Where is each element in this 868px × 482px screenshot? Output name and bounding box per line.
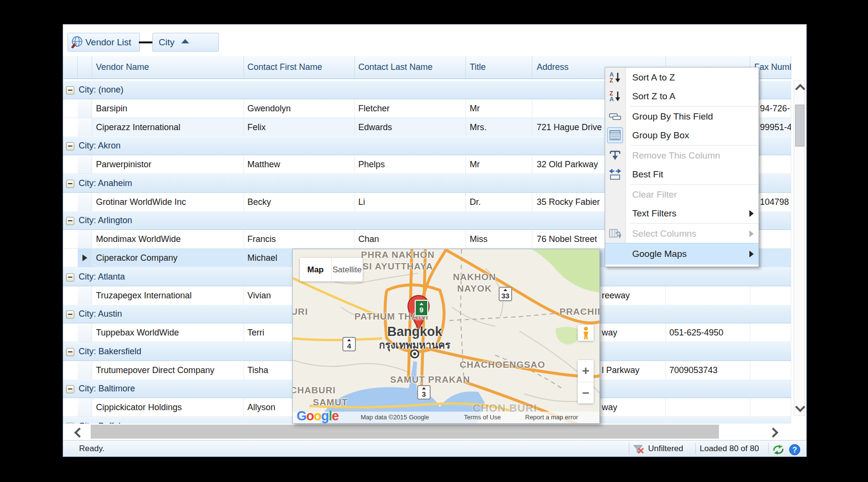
select-columns-icon <box>609 227 622 240</box>
svg-text:Z: Z <box>610 77 613 84</box>
menu-item-label: Remove This Column <box>632 150 720 161</box>
column-context-menu: AZSort A to ZZASort Z to AGroup By This … <box>605 67 759 267</box>
google-logo-letter: g <box>321 409 329 423</box>
cell-address-fragment: reeway <box>602 286 630 305</box>
cell-text: Mondimax WorldWide <box>96 230 181 248</box>
zoom-out-button[interactable]: − <box>578 382 594 404</box>
collapse-button[interactable] <box>66 348 74 356</box>
scroll-down-icon[interactable] <box>795 402 805 412</box>
map-type-control: Map Satellite <box>300 258 363 281</box>
cell-phone <box>666 398 750 416</box>
row-selector-cell[interactable] <box>78 361 92 379</box>
sort-za-icon: ZA <box>609 90 622 103</box>
unfiltered-filter-icon <box>633 444 644 455</box>
row-selector-cell[interactable] <box>78 155 92 174</box>
submenu-arrow-icon <box>749 251 754 257</box>
menu-item-remove-this-column: Remove This Column <box>605 146 759 165</box>
row-selector-cell[interactable] <box>78 323 92 342</box>
cell-text: 051-625-4950 <box>669 323 723 342</box>
cell-text: Parwerpinistor <box>96 155 151 174</box>
map-attribution-bar: Map data ©2015 Google Terms of Use Repor… <box>293 412 599 423</box>
cell-text: Phelps <box>358 155 385 174</box>
cell-text: Cippickicator Holdings <box>96 398 182 416</box>
row-selector-cell[interactable] <box>78 249 92 267</box>
collapse-button[interactable] <box>66 385 74 393</box>
column-header-label: Fax Number <box>754 62 791 72</box>
collapse-button[interactable] <box>66 310 74 319</box>
cell-text: Barsipin <box>96 99 127 118</box>
row-selector-cell[interactable] <box>78 193 92 211</box>
scroll-right-icon[interactable] <box>768 428 778 438</box>
vertical-scrollbar-thumb[interactable] <box>795 105 804 147</box>
map-label-uri: URI <box>292 307 308 317</box>
map-label-samut: SAMUT <box>313 397 348 408</box>
cell-last: Fletcher <box>355 99 466 118</box>
menu-item-google-maps[interactable]: Google Maps <box>605 243 759 265</box>
row-selector-cell[interactable] <box>78 286 92 305</box>
status-separator <box>695 443 696 455</box>
menu-separator <box>630 145 759 146</box>
column-header-title[interactable]: Title <box>466 56 532 79</box>
cell-text: Gwendolyn <box>247 99 291 118</box>
zoom-in-button[interactable]: + <box>578 360 594 382</box>
satellite-button[interactable]: Satellite <box>331 258 363 281</box>
terms-of-use-link[interactable]: Terms of Use <box>464 414 501 421</box>
cell-text: Tuppebax WorldWide <box>96 323 179 342</box>
cell-first: Becky <box>244 193 355 211</box>
cell-vendor: Trutumepover Direct Company <box>92 361 244 379</box>
column-header-last[interactable]: Contact Last Name <box>355 56 466 79</box>
cell-text: Fletcher <box>358 99 390 118</box>
row-selector-cell[interactable] <box>78 230 92 248</box>
column-header-first[interactable]: Contact First Name <box>244 56 355 79</box>
cell-title: Miss <box>466 230 532 248</box>
pegman-control[interactable] <box>578 325 594 341</box>
menu-item-sort-z-to-a[interactable]: ZASort Z to A <box>605 87 759 106</box>
remove-column-icon <box>609 149 622 162</box>
column-header-label: Contact Last Name <box>358 62 433 72</box>
google-maps-popup[interactable]: PHRA NAKHONSI AYUTTHAYANAKHONNAYOKPRACHI… <box>292 249 600 424</box>
map-button[interactable]: Map <box>300 258 331 281</box>
status-separator <box>629 443 629 455</box>
menu-item-sort-a-to-z[interactable]: AZSort A to Z <box>605 68 759 87</box>
report-map-error-link[interactable]: Report a map error <box>525 414 578 421</box>
google-logo-letter: G <box>297 409 306 423</box>
google-logo: Google <box>297 409 339 424</box>
menu-item-best-fit[interactable]: Best Fit <box>605 165 759 184</box>
group-row-label: City: Arlington <box>79 212 132 229</box>
map-label-กรุงเทพมหานคร: กรุงเทพมหานคร <box>379 337 450 353</box>
row-selector-cell[interactable] <box>78 118 92 136</box>
cell-text: Grotinar WorldWide Inc <box>96 193 186 211</box>
best-fit-icon <box>609 168 622 181</box>
collapse-button[interactable] <box>66 142 74 150</box>
vertical-scrollbar[interactable] <box>794 80 805 416</box>
collapse-button[interactable] <box>66 217 74 225</box>
cell-text: Mr <box>470 155 480 174</box>
menu-item-group-by-this-field[interactable]: Group By This Field <box>605 107 759 126</box>
row-selector-cell[interactable] <box>78 99 92 118</box>
help-icon[interactable]: ? <box>789 444 800 455</box>
cell-text: 94-726- <box>760 99 790 118</box>
cell-vendor: Grotinar WorldWide Inc <box>92 193 244 211</box>
scroll-up-icon[interactable] <box>795 84 805 94</box>
group-by-chip-city[interactable]: City <box>152 33 219 52</box>
collapse-button[interactable] <box>66 180 74 188</box>
group-chip-label: City <box>159 37 175 48</box>
horizontal-scrollbar-thumb[interactable] <box>91 425 719 439</box>
google-logo-letter: o <box>306 409 314 423</box>
scroll-left-icon[interactable] <box>74 428 84 438</box>
horizontal-scrollbar[interactable] <box>63 424 807 440</box>
menu-item-text-filters[interactable]: Text Filters <box>605 204 759 223</box>
refresh-icon[interactable] <box>772 444 785 455</box>
column-header-vendor[interactable]: Vendor Name <box>92 56 244 79</box>
menu-item-label: Sort A to Z <box>632 72 675 82</box>
map-zoom-control: + − <box>578 360 594 403</box>
collapse-button[interactable] <box>66 273 74 281</box>
menu-item-group-by-box[interactable]: Group By Box <box>605 126 759 145</box>
row-selector-cell[interactable] <box>78 398 92 416</box>
status-bar: Ready. Unfiltered Loaded 80 of 80 ? <box>63 440 807 457</box>
menu-item-label: Group By This Field <box>632 111 713 121</box>
table-chip[interactable]: Vendor List <box>68 33 140 52</box>
group-row-label: City: Baltimore <box>79 380 135 398</box>
collapse-button[interactable] <box>66 86 74 94</box>
cell-last: Chan <box>355 230 466 248</box>
